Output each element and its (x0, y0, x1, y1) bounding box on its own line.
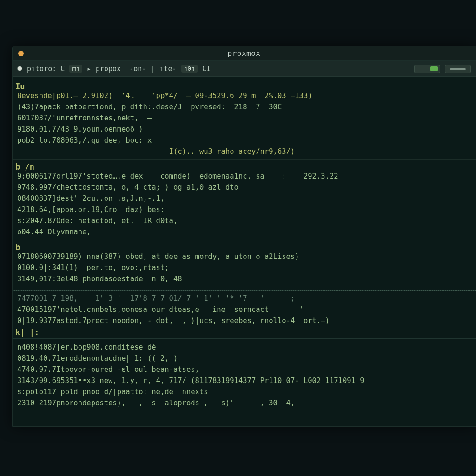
log-text: 470015197'netel.cnnbels,oonesa our dteas… (17, 305, 304, 314)
separator (13, 338, 476, 339)
log-line: 0100.0|:341(1) per.to, ovo:,rtast; (17, 262, 471, 273)
log-text: 0|19.9377astod.7prect noodon, - dot, , )… (17, 317, 330, 325)
log-text: s:polo117 ppld pnoo d/|paatto: ne,de nne… (17, 388, 208, 396)
log-line: 9180.01.7/43 9.youn.oenmeoð ) (17, 124, 471, 135)
log-line: 9748.997/chectcostonta, o, 4 cta; ) og a… (17, 182, 471, 193)
log-line: 4740.97.7Itoovor-oured -ɛl oul bean-atse… (17, 364, 471, 375)
log-text: (43)7apack patpertiond, p dith:.dese/J p… (17, 103, 282, 111)
separator (13, 240, 476, 240)
block-marker: b (15, 243, 471, 252)
log-text: 9:0006177orl197'stoteo….e dex comnde) ed… (17, 172, 338, 180)
session-indicator-icon (17, 66, 22, 71)
log-line: pob2 lo.708063,/.qu dee, boc: x (17, 135, 471, 146)
log-line: 7477001 7 198, 1' 3 ' 17'8 7 7 01/ 7 ' 1… (17, 293, 471, 304)
pipe-icon: | (151, 65, 155, 73)
separator (13, 290, 476, 291)
log-line: I(c).. wu3 raho acey/nr9,63/) (17, 146, 471, 157)
log-text: 6017037/'unrefronnstes,nekt, – (17, 114, 152, 122)
log-line: Bevesnde|p01.— 2.9102) '4l 'pp*4/ – 09-3… (17, 90, 471, 101)
log-line: s:polo117 ppld pnoo d/|paatto: ne,de nne… (17, 386, 471, 397)
block-marker: Iu (15, 82, 471, 91)
log-text: 3143/09.695351••x3 new, 1.y, r, 4, 717/ … (17, 377, 364, 385)
log-text: 2310 2197pnorondepostes), , s aloprods ,… (17, 399, 295, 407)
log-text: pob2 lo.708063,/.qu dee, boc: x (17, 136, 152, 145)
terminal-window: proxmox pitoro: C □▯ ▸ propox -on- | ite… (12, 46, 476, 427)
log-line: 9:0006177orl197'stoteo….e dex comnde) ed… (17, 171, 471, 182)
log-line: o04.44 Olyvmnane, (17, 226, 471, 238)
log-line: 07180600739189) nna(387) obed, at dee as… (17, 251, 471, 262)
status-pill-connected[interactable] (414, 65, 440, 73)
log-text: Bevesnde|p01.— 2.9102) '4l 'pp*4/ – 09-3… (17, 92, 312, 100)
log-text: s:2047.87Ode: hetactod, et, 1R d0ta, (17, 217, 178, 225)
log-line: 470015197'netel.cnnbels,oonesa our dteas… (17, 304, 471, 315)
prompt-tail: CI (202, 65, 211, 73)
log-text: 9180.01.7/43 9.youn.oenmeoð ) (17, 125, 143, 133)
separator (13, 287, 476, 287)
block-marker: b /n (15, 162, 471, 172)
titlebar: proxmox (13, 46, 476, 61)
status-pill-secondary[interactable] (445, 65, 471, 73)
log-text: 3149,017:3el48 phondasoestade n 0, 48 (17, 275, 182, 283)
toolbar-badge-1: □▯ (69, 65, 82, 73)
log-text: o04.44 Olyvmnane, (17, 228, 91, 236)
prompt-flag: ite- (159, 65, 176, 73)
prompt-host: pitoro: C (27, 65, 65, 73)
log-line: s:2047.87Ode: hetactod, et, 1R d0ta, (17, 215, 471, 226)
log-text: n408!4087|er.bop908,conditese dé (17, 343, 156, 351)
prompt-arrow-icon: ▸ (87, 65, 91, 73)
log-text: 08400837]dest' 2cu..on .a,J.n,-.1, (17, 194, 165, 203)
block-marker: k| |: (15, 328, 471, 337)
log-text: 4740.97.7Itoovor-oured -ɛl oul bean-atse… (17, 365, 199, 374)
log-line: 0|19.9377astod.7prect noodon, - dot, , )… (17, 315, 471, 326)
toolbar: pitoro: C □▯ ▸ propox -on- | ite- ▯0▯ CI (13, 61, 476, 77)
log-line: (43)7apack patpertiond, p dith:.dese/J p… (17, 101, 471, 112)
log-text: 9748.997/chectcostonta, o, 4 cta; ) og a… (17, 183, 238, 192)
log-line: n408!4087|er.bop908,conditese dé (17, 342, 471, 353)
log-text: 07180600739189) nna(387) obed, at dee as… (17, 252, 299, 261)
log-text: 4218.64,[apoa.or.19,Cro daz) bes: (17, 205, 165, 214)
log-line: 0819.40.71eroddenontacdne| 1: (( 2, ) (17, 353, 471, 364)
prompt-command[interactable]: propox -on- (96, 65, 146, 73)
terminal-output[interactable]: IuBevesnde|p01.— 2.9102) '4l 'pp*4/ – 09… (13, 77, 476, 426)
log-line: 08400837]dest' 2cu..on .a,J.n,-.1, (17, 193, 471, 204)
log-text: 7477001 7 198, 1' 3 ' 17'8 7 7 01/ 7 ' 1… (17, 294, 295, 303)
log-line: 4218.64,[apoa.or.19,Cro daz) bes: (17, 204, 471, 215)
toolbar-badge-2: ▯0▯ (181, 65, 198, 73)
separator (13, 159, 476, 160)
log-line: 2310 2197pnorondepostes), , s aloprods ,… (17, 397, 471, 409)
log-line: 6017037/'unrefronnstes,nekt, – (17, 112, 471, 124)
log-line: 3143/09.695351••x3 new, 1.y, r, 4, 717/ … (17, 375, 471, 386)
window-title: proxmox (13, 49, 476, 58)
log-line: 3149,017:3el48 phondasoestade n 0, 48 (17, 273, 471, 284)
log-text: 0100.0|:341(1) per.to, ovo:,rtast; (17, 264, 169, 272)
log-text: 0819.40.71eroddenontacdne| 1: (( 2, ) (17, 354, 178, 363)
log-text: I(c).. wu3 raho acey/nr9,63/) (17, 147, 295, 156)
